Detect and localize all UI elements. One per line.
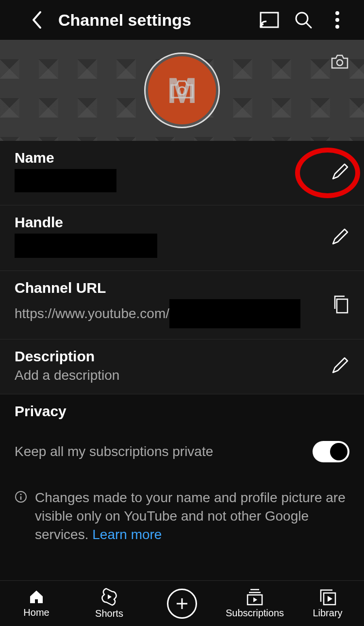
info-message: Changes made to your name and profile pi… <box>35 490 346 542</box>
cast-icon <box>260 12 279 28</box>
info-icon <box>15 491 27 543</box>
name-row: Name <box>0 141 364 205</box>
avatar-edit-button[interactable]: M <box>144 52 220 128</box>
description-label: Description <box>15 348 320 365</box>
svg-marker-13 <box>108 594 112 599</box>
svg-line-3 <box>306 23 311 28</box>
svg-marker-21 <box>328 596 332 602</box>
nav-library[interactable]: Library <box>296 588 359 619</box>
pencil-icon <box>330 162 349 182</box>
handle-label: Handle <box>15 214 320 231</box>
learn-more-link[interactable]: Learn more <box>92 527 162 542</box>
nav-create[interactable] <box>150 589 214 619</box>
bottom-nav: Home Shorts Subscriptions Lib <box>0 580 364 626</box>
name-label: Name <box>15 150 320 166</box>
edit-banner-button[interactable] <box>330 53 349 72</box>
handle-value <box>15 234 157 258</box>
nav-subscriptions-label: Subscriptions <box>226 608 284 619</box>
copy-url-button[interactable] <box>322 294 349 314</box>
shorts-icon <box>101 588 117 606</box>
subscriptions-privacy-row: Keep all my subscriptions private <box>0 424 364 479</box>
nav-library-label: Library <box>313 608 342 619</box>
svg-point-6 <box>335 25 339 29</box>
back-button[interactable] <box>24 8 49 32</box>
svg-point-4 <box>335 11 339 15</box>
camera-icon <box>330 53 349 70</box>
svg-point-8 <box>178 87 186 95</box>
cast-button[interactable] <box>257 8 281 32</box>
topbar: Channel settings <box>0 0 364 40</box>
subscriptions-privacy-label: Keep all my subscriptions private <box>15 444 213 459</box>
copy-icon <box>332 294 349 314</box>
svg-point-5 <box>335 18 339 22</box>
privacy-heading: Privacy <box>15 403 349 420</box>
svg-marker-19 <box>253 597 257 602</box>
description-value: Add a description <box>15 368 320 383</box>
page-title: Channel settings <box>58 11 248 30</box>
more-button[interactable] <box>325 8 349 32</box>
subscriptions-icon <box>246 588 264 606</box>
handle-row: Handle <box>0 205 364 271</box>
svg-point-7 <box>337 60 343 66</box>
pencil-icon <box>330 356 349 375</box>
url-row: Channel URL https://www.youtube.com/ <box>0 271 364 339</box>
chevron-left-icon <box>31 10 42 30</box>
search-button[interactable] <box>291 8 315 32</box>
camera-icon <box>169 78 195 102</box>
edit-name-button[interactable] <box>320 162 349 182</box>
create-button[interactable] <box>167 589 197 619</box>
switch-knob <box>330 443 347 460</box>
subscriptions-privacy-toggle[interactable] <box>313 441 349 462</box>
nav-home-label: Home <box>23 607 49 618</box>
name-value <box>15 169 116 192</box>
nav-subscriptions[interactable]: Subscriptions <box>223 588 286 619</box>
url-label: Channel URL <box>15 280 322 296</box>
svg-point-1 <box>261 25 263 27</box>
svg-point-11 <box>20 493 21 495</box>
home-icon <box>28 589 45 605</box>
nav-shorts-label: Shorts <box>95 608 123 619</box>
url-value-redacted <box>169 299 300 328</box>
avatar: M <box>148 56 216 124</box>
info-row: Changes made to your name and profile pi… <box>0 479 364 553</box>
settings-list: Name Handle Channel URL https://www.yout… <box>0 141 364 394</box>
library-icon <box>319 588 336 606</box>
edit-handle-button[interactable] <box>320 227 349 247</box>
pencil-icon <box>330 227 349 247</box>
plus-icon <box>175 596 189 611</box>
info-text: Changes made to your name and profile pi… <box>35 489 349 543</box>
nav-shorts[interactable]: Shorts <box>78 588 141 619</box>
svg-rect-9 <box>337 299 347 313</box>
nav-home[interactable]: Home <box>5 589 68 618</box>
search-icon <box>294 11 313 29</box>
edit-description-button[interactable] <box>320 356 349 375</box>
url-value: https://www.youtube.com/ <box>15 306 169 321</box>
more-vertical-icon <box>335 11 339 29</box>
privacy-section: Privacy <box>0 394 364 424</box>
channel-banner: M <box>0 40 364 141</box>
description-row: Description Add a description <box>0 339 364 394</box>
